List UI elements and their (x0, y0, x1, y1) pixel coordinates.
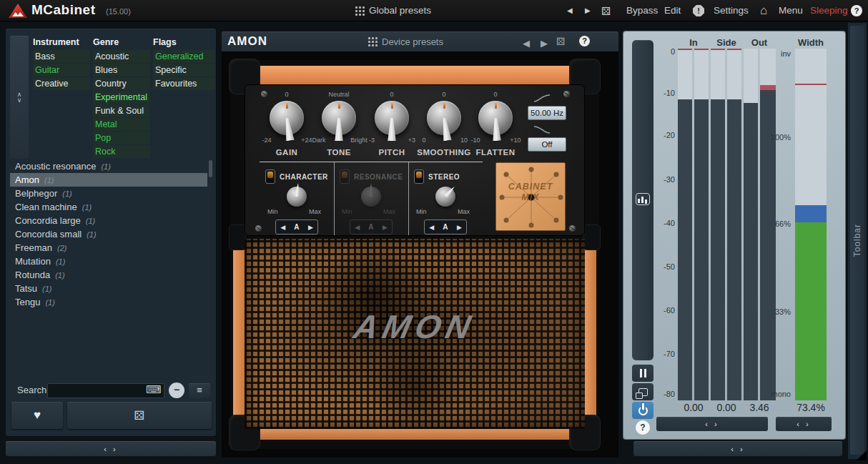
random-preset-button[interactable]: ⚄ (67, 402, 212, 429)
preset-row[interactable]: Tengu(1) (10, 295, 207, 309)
clear-search-button[interactable]: − (169, 382, 184, 398)
stereo-knob[interactable] (435, 187, 455, 207)
filter-creative[interactable]: Creative (33, 77, 90, 90)
toolbar-collapsed[interactable]: Toolbar (850, 26, 864, 455)
gain-knob[interactable] (270, 101, 304, 135)
filter-blues[interactable]: Blues (93, 64, 150, 76)
highpass-curve-icon (533, 94, 551, 103)
prev-icon[interactable]: ◀ (280, 224, 285, 231)
tone-knob[interactable] (322, 101, 356, 135)
scale-label: -10 (652, 89, 675, 97)
filter-bass[interactable]: Bass (33, 50, 90, 63)
device-prev-button[interactable]: ◀ (523, 38, 530, 49)
highpass-value-box[interactable]: 50.00 Hz (528, 106, 566, 120)
meter-range-slider[interactable] (632, 40, 654, 360)
preset-row-selected[interactable]: Amon(1) (10, 173, 207, 187)
resonance-toggle-icon[interactable] (340, 169, 350, 184)
preset-row[interactable]: Tatsu(1) (10, 282, 207, 295)
filter-country[interactable]: Country (93, 77, 150, 90)
filter-rock[interactable]: Rock (93, 145, 150, 158)
resonance-ab-selector[interactable]: ◀ A ▶ (350, 219, 393, 235)
filter-scroll-strip[interactable]: ∧ ∨ (10, 36, 29, 159)
favourite-button[interactable]: ♥ (11, 402, 63, 429)
lowpass-value-box[interactable]: Off (528, 137, 566, 152)
menu-button[interactable]: Menu (779, 5, 803, 16)
preset-row[interactable]: Concordia small(1) (10, 227, 207, 241)
help-icon[interactable]: ? (851, 5, 862, 16)
lowpass-curve-icon (533, 125, 551, 134)
power-icon (638, 406, 648, 415)
toolbar-strip[interactable]: Toolbar (848, 23, 867, 459)
character-knob[interactable] (287, 187, 307, 207)
preset-row[interactable]: Acoustic resonance(1) (10, 159, 207, 173)
panel-resize-handle[interactable]: ‹ › (633, 441, 842, 456)
device-random-icon[interactable]: ⚄ (556, 36, 565, 47)
tone-knob-group: Neutral Dark Bright TONE (313, 89, 365, 159)
device-next-button[interactable]: ▶ (541, 38, 548, 49)
preset-row[interactable]: Clean machine(1) (10, 200, 207, 214)
list-scrollbar[interactable] (209, 160, 212, 177)
window-resize-corner[interactable] (857, 450, 867, 460)
screw-icon (563, 91, 570, 97)
pause-button[interactable] (632, 365, 654, 382)
filter-generalized[interactable]: Generalized (153, 50, 214, 63)
popout-button[interactable] (632, 383, 654, 400)
preset-row[interactable]: Concordia large(1) (10, 214, 207, 227)
width-level-segment (795, 222, 827, 400)
filter-guitar[interactable]: Guitar (33, 64, 90, 76)
next-icon[interactable]: ▶ (308, 224, 313, 231)
device-presets-button[interactable]: Device presets (382, 36, 443, 47)
width-resize-handle[interactable]: ‹ › (776, 417, 832, 431)
power-button[interactable] (632, 402, 654, 419)
preset-name: Amon (15, 174, 39, 185)
screw-icon (569, 225, 576, 232)
cabinet-display: 0 -24 +24 GAIN Neutral Dark Bright TONE … (222, 51, 618, 458)
prev-icon[interactable]: ◀ (429, 224, 434, 231)
next-preset-button[interactable]: ▶ (585, 6, 591, 14)
analyzer-icon[interactable] (636, 193, 650, 205)
preset-row[interactable]: Freeman(2) (10, 241, 207, 255)
stereo-toggle-icon[interactable] (414, 169, 424, 184)
global-presets-button[interactable]: Global presets (369, 5, 431, 16)
next-icon[interactable]: ▶ (457, 224, 462, 231)
meter-help-button[interactable]: ? (636, 420, 650, 435)
character-toggle-icon[interactable] (265, 169, 275, 184)
filter-favourites[interactable]: Favourites (153, 77, 214, 90)
keyboard-icon[interactable]: ⌨ (146, 383, 162, 396)
prev-preset-button[interactable]: ◀ (567, 6, 573, 14)
device-help-icon[interactable]: ? (579, 36, 590, 46)
preset-row[interactable]: Mutation(1) (10, 255, 207, 268)
sleeping-indicator[interactable]: Sleeping (810, 5, 848, 16)
preset-row[interactable]: Rotunda(1) (10, 268, 207, 282)
stereo-ab-selector[interactable]: ◀ A ▶ (424, 219, 467, 235)
scale-label: -40 (652, 219, 675, 227)
edit-button[interactable]: Edit (664, 5, 681, 16)
resonance-knob[interactable] (361, 187, 381, 207)
flatten-knob[interactable] (478, 101, 513, 135)
list-menu-button[interactable]: ≡ (189, 383, 210, 398)
knob-value-label: 0 (366, 91, 418, 98)
browser-resize-handle[interactable]: ‹ › (6, 441, 216, 456)
gain-knob-group: 0 -24 +24 GAIN (261, 89, 312, 159)
cabinet-mix-pad[interactable]: CABINET MIX (495, 162, 566, 231)
heart-icon: ♥ (34, 408, 41, 423)
filter-acoustic[interactable]: Acoustic (93, 50, 150, 63)
meters-resize-handle[interactable]: ‹ › (656, 417, 768, 431)
filter-specific[interactable]: Specific (153, 64, 214, 76)
home-icon[interactable]: ⌂ (760, 4, 767, 18)
pitch-knob[interactable] (375, 101, 409, 135)
character-ab-selector[interactable]: ◀ A ▶ (275, 219, 318, 235)
smoothing-knob[interactable] (427, 101, 461, 135)
random-preset-icon[interactable]: ⚄ (601, 6, 611, 16)
prev-icon[interactable]: ◀ (355, 224, 360, 231)
max-label: Max (383, 208, 395, 215)
preset-row[interactable]: Belphegor(1) (10, 187, 207, 200)
settings-button[interactable]: Settings (714, 5, 749, 16)
filter-metal[interactable]: Metal (93, 118, 150, 131)
warning-icon[interactable]: ! (693, 5, 704, 16)
filter-experimental[interactable]: Experimental (93, 91, 150, 104)
bypass-button[interactable]: Bypass (626, 5, 658, 16)
next-icon[interactable]: ▶ (383, 224, 388, 231)
filter-pop[interactable]: Pop (93, 132, 150, 144)
filter-funk-soul[interactable]: Funk & Soul (93, 104, 150, 117)
